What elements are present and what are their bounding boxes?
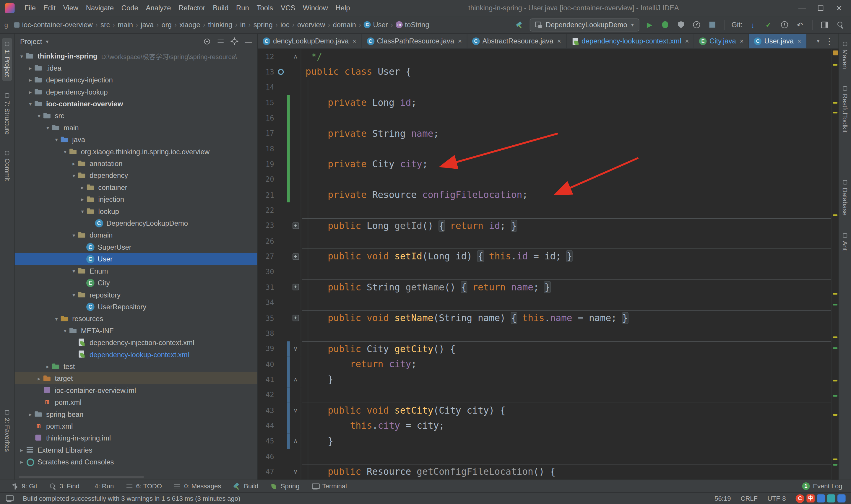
coverage-button[interactable] [675, 19, 686, 30]
tree-item-User[interactable]: CUser [15, 253, 257, 265]
fold-up-icon[interactable]: ∧ [290, 376, 302, 383]
tool-button-database[interactable]: Database [840, 177, 850, 220]
stripe-mark[interactable] [833, 112, 837, 113]
code-line-40[interactable]: 40 return city; [258, 357, 838, 372]
hide-panel-icon[interactable]: — [245, 37, 252, 46]
code-line-46[interactable]: 46 [258, 449, 838, 464]
breadcrumb-item-overview[interactable]: overview [295, 20, 327, 29]
tree-horizontal-scrollbar[interactable] [19, 476, 144, 478]
vcs-update-icon[interactable]: ↓ [747, 19, 758, 30]
tree-item-test[interactable]: ▸test [15, 360, 257, 372]
fold-plus-icon[interactable]: + [290, 253, 302, 260]
tree-item-dependency-lookup-context.xml[interactable]: dependency-lookup-context.xml [15, 348, 257, 360]
chevron-right-icon[interactable]: ▸ [44, 363, 52, 369]
file-encoding[interactable]: UTF-8 [767, 494, 786, 502]
tree-item-main[interactable]: ▾main [15, 122, 257, 133]
tree-item-org.xiaoge.thinking.in.spring.ioc.overview[interactable]: ▾org.xiaoge.thinking.in.spring.ioc.overv… [15, 145, 257, 157]
tree-item-dependency-lookup[interactable]: ▸dependency-lookup [15, 86, 257, 97]
stop-button[interactable] [707, 19, 718, 30]
close-button[interactable]: ✕ [830, 1, 848, 15]
menu-item-code[interactable]: Code [117, 2, 142, 14]
tree-item-dependency-injection[interactable]: ▸dependency-injection [15, 74, 257, 86]
tree-item-container[interactable]: ▸container [15, 181, 257, 193]
chevron-right-icon[interactable]: ▸ [26, 65, 34, 71]
menu-item-build[interactable]: Build [209, 2, 232, 14]
menu-item-window[interactable]: Window [299, 2, 332, 14]
tab-ClassPathResource.java[interactable]: CClassPathResource.java× [362, 34, 467, 49]
tree-item-target[interactable]: ▸target [15, 372, 257, 384]
chevron-down-icon[interactable]: ▾ [70, 292, 78, 298]
menu-item-view[interactable]: View [59, 2, 82, 14]
fold-plus-icon[interactable]: + [290, 222, 302, 229]
run-config-selector[interactable]: DependencyLookupDemo ▾ [530, 18, 639, 31]
vcs-rollback-icon[interactable]: ↶ [795, 19, 805, 30]
code-line-17[interactable]: 17 private String name; [258, 126, 838, 141]
tool-button-maven[interactable]: Maven [840, 38, 850, 73]
breadcrumb-item-domain[interactable]: domain [331, 20, 358, 29]
more-icon[interactable]: ⋮ [825, 36, 834, 46]
code-line-27[interactable]: 27+ public void setId(Long id) { this.id… [258, 249, 838, 264]
code-line-20[interactable]: 20 [258, 172, 838, 187]
tool-button-4-run[interactable]: 4: Run [85, 480, 120, 492]
stripe-mark[interactable] [833, 215, 837, 216]
code-line-26[interactable]: 26 [258, 233, 838, 249]
locate-file-icon[interactable] [204, 38, 211, 45]
tree-item-resources[interactable]: ▾resources [15, 312, 257, 324]
chevron-right-icon[interactable]: ▸ [18, 459, 26, 465]
stripe-mark[interactable] [833, 293, 837, 295]
maximize-button[interactable] [812, 1, 829, 15]
inspection-status-icon[interactable] [833, 51, 838, 56]
tree-item-annotation[interactable]: ▸annotation [15, 158, 257, 169]
close-tab-icon[interactable]: × [352, 37, 356, 45]
tool-button-ant[interactable]: Ant [840, 230, 850, 255]
menu-item-help[interactable]: Help [332, 2, 354, 14]
fold-up-icon[interactable]: ∧ [290, 437, 302, 445]
stripe-mark[interactable] [833, 458, 837, 460]
chevron-right-icon[interactable]: ▸ [26, 89, 34, 94]
chevron-down-icon[interactable]: ▾ [78, 208, 86, 214]
line-separator[interactable]: CRLF [741, 494, 758, 502]
menu-item-edit[interactable]: Edit [40, 2, 59, 14]
tab-dencyLookupDemo.java[interactable]: CdencyLookupDemo.java× [258, 34, 362, 49]
tree-item-thinking-in-spring.iml[interactable]: thinking-in-spring.iml [15, 432, 257, 444]
class-marker-icon[interactable] [277, 69, 283, 75]
tool-button-spring[interactable]: Spring [265, 480, 306, 492]
stripe-mark[interactable] [833, 464, 837, 466]
code-line-43[interactable]: 43∨ public void setCity(City city) { [258, 403, 838, 418]
collapse-all-icon[interactable] [217, 38, 224, 45]
breadcrumb-item-ioc-container-overview[interactable]: ioc-container-overview [11, 20, 94, 29]
chevron-down-icon[interactable]: ▾ [70, 268, 78, 274]
tool-button-7-structure[interactable]: 7: Structure [2, 90, 12, 138]
search-everywhere-icon[interactable] [835, 19, 846, 30]
chevron-right-icon[interactable]: ▸ [35, 375, 43, 381]
tool-button-1-project[interactable]: 1: Project [2, 38, 12, 81]
breadcrumb-item-src[interactable]: src [99, 20, 111, 29]
breadcrumb-item-xiaoge[interactable]: xiaoge [178, 20, 202, 29]
tool-button-build[interactable]: Build [227, 480, 264, 492]
tree-item-External Libraries[interactable]: ▸External Libraries [15, 444, 257, 455]
tree-item-City[interactable]: ECity [15, 277, 257, 289]
tree-item-java[interactable]: ▾java [15, 133, 257, 145]
chevron-down-icon[interactable]: ▾ [817, 38, 819, 44]
stripe-mark[interactable] [833, 380, 837, 382]
tree-item-.idea[interactable]: ▸.idea [15, 62, 257, 74]
tool-button-6-todo[interactable]: 6: TODO [120, 480, 168, 492]
tree-item-ioc-container-overview.iml[interactable]: ioc-container-overview.iml [15, 384, 257, 396]
chevron-right-icon[interactable]: ▸ [78, 196, 86, 202]
breadcrumb-item-main[interactable]: main [116, 20, 135, 29]
status-message[interactable]: Build completed successfully with 3 warn… [23, 494, 240, 502]
debug-button[interactable] [660, 19, 671, 30]
close-tab-icon[interactable]: × [685, 37, 689, 45]
tool-button-2-favorites[interactable]: 2: Favorites [2, 407, 12, 456]
code-line-38[interactable]: 38 [258, 326, 838, 341]
chevron-down-icon[interactable]: ▾ [53, 316, 60, 321]
fold-down-icon[interactable]: ∨ [290, 468, 302, 475]
tree-item-Enum[interactable]: ▾Enum [15, 265, 257, 276]
run-button[interactable]: ▶ [644, 19, 655, 30]
chevron-right-icon[interactable]: ▸ [70, 160, 78, 166]
chevron-down-icon[interactable]: ▾ [53, 137, 60, 142]
chevron-down-icon[interactable]: ▾ [26, 101, 34, 107]
code-line-23[interactable]: 23+ public Long getId() { return id; } [258, 218, 838, 233]
stripe-mark[interactable] [833, 347, 837, 349]
fold-down-icon[interactable]: ∨ [290, 345, 302, 353]
